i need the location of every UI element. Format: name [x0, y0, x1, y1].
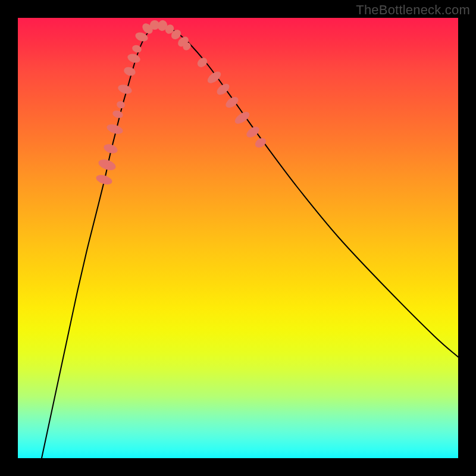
- data-marker: [117, 83, 133, 96]
- data-markers: [95, 19, 268, 186]
- bottleneck-chart: [18, 18, 458, 458]
- data-marker: [123, 65, 136, 77]
- data-marker: [126, 52, 141, 64]
- data-marker: [205, 69, 223, 85]
- data-marker: [224, 95, 240, 109]
- watermark-text: TheBottleneck.com: [356, 2, 470, 18]
- chart-frame: [18, 18, 458, 458]
- data-marker: [115, 100, 126, 109]
- data-marker: [95, 173, 114, 186]
- data-marker: [112, 109, 124, 120]
- bottleneck-curve: [42, 25, 458, 458]
